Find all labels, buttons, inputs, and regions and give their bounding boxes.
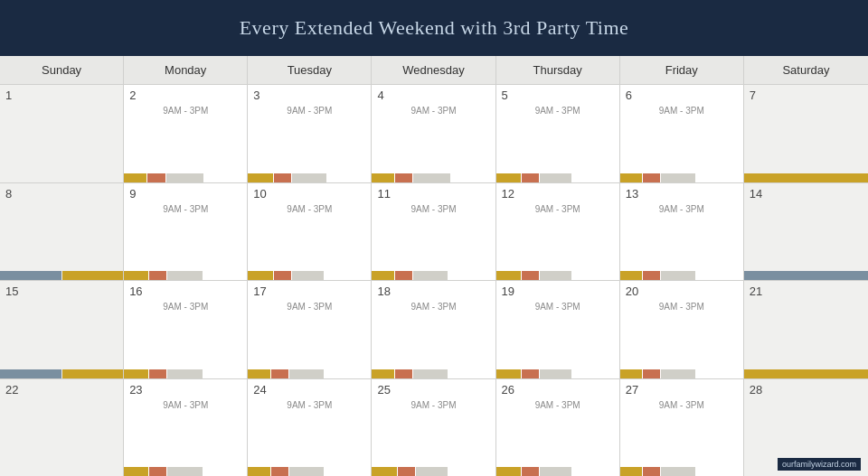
bar-red — [398, 467, 415, 476]
day-bars — [248, 173, 371, 182]
day-cell-2: 29AM - 3PM — [124, 85, 248, 182]
day-cell-21: 21 — [744, 281, 868, 378]
bar-gold — [124, 173, 146, 182]
time-label: 9AM - 3PM — [253, 106, 365, 116]
day-header-tuesday: Tuesday — [248, 56, 372, 84]
bar-red — [395, 369, 412, 378]
time-label: 9AM - 3PM — [377, 302, 489, 312]
day-bars — [248, 467, 371, 476]
day-number: 1 — [5, 89, 118, 102]
day-bars — [372, 467, 495, 476]
bar-light — [540, 173, 571, 182]
day-bars — [124, 271, 247, 280]
page-title: Every Extended Weekend with 3rd Party Ti… — [0, 0, 868, 56]
day-bars — [496, 467, 619, 476]
bar-red — [271, 467, 288, 476]
bar-gold — [496, 369, 521, 378]
time-label: 9AM - 3PM — [626, 400, 738, 410]
day-number: 15 — [5, 285, 118, 298]
day-cell-15: 15 — [0, 281, 124, 378]
day-headers: SundayMondayTuesdayWednesdayThursdayFrid… — [0, 56, 868, 85]
day-number: 17 — [253, 285, 365, 298]
bar-gold — [372, 173, 394, 182]
bar-light — [289, 467, 324, 476]
day-cell-5: 59AM - 3PM — [496, 85, 620, 182]
bar-light — [413, 271, 448, 280]
time-label: 9AM - 3PM — [253, 204, 365, 214]
day-number: 18 — [377, 285, 489, 298]
time-label: 9AM - 3PM — [129, 302, 241, 312]
day-number: 20 — [626, 285, 738, 298]
time-label: 9AM - 3PM — [377, 400, 489, 410]
bar-gold — [248, 467, 270, 476]
day-cell-18: 189AM - 3PM — [372, 281, 495, 378]
day-number: 21 — [750, 285, 863, 298]
day-bars — [248, 271, 371, 280]
week-row-1: 899AM - 3PM109AM - 3PM119AM - 3PM129AM -… — [0, 183, 868, 282]
bar-gray — [0, 369, 61, 378]
day-cell-26: 269AM - 3PM — [496, 379, 620, 477]
bar-gold — [248, 369, 270, 378]
bar-light — [167, 369, 202, 378]
day-cell-8: 8 — [0, 183, 124, 281]
day-cell-4: 49AM - 3PM — [372, 85, 495, 182]
bar-gold — [744, 173, 868, 182]
week-row-0: 129AM - 3PM39AM - 3PM49AM - 3PM59AM - 3P… — [0, 85, 868, 183]
bar-red — [522, 173, 539, 182]
time-label: 9AM - 3PM — [253, 400, 365, 410]
app-container: Every Extended Weekend with 3rd Party Ti… — [0, 0, 868, 476]
bar-red — [395, 271, 412, 280]
bar-red — [395, 173, 412, 182]
bar-red — [149, 467, 166, 476]
day-number: 13 — [626, 187, 738, 201]
bar-gold — [372, 369, 394, 378]
day-number: 22 — [5, 383, 118, 397]
bar-red — [149, 271, 166, 280]
day-bars — [124, 173, 247, 182]
bar-gold — [248, 271, 272, 280]
bar-gray — [744, 271, 868, 280]
day-cell-6: 69AM - 3PM — [620, 85, 744, 182]
day-cell-13: 139AM - 3PM — [620, 183, 744, 281]
time-label: 9AM - 3PM — [129, 204, 241, 214]
day-cell-11: 119AM - 3PM — [372, 183, 495, 281]
time-label: 9AM - 3PM — [626, 106, 738, 116]
time-label: 9AM - 3PM — [502, 400, 614, 410]
day-number: 19 — [502, 285, 614, 298]
day-number: 25 — [377, 383, 489, 397]
day-cell-10: 109AM - 3PM — [248, 183, 372, 281]
day-number: 7 — [750, 89, 863, 102]
bar-light — [661, 369, 695, 378]
weeks-container: 129AM - 3PM39AM - 3PM49AM - 3PM59AM - 3P… — [0, 85, 868, 476]
time-label: 9AM - 3PM — [129, 106, 241, 116]
day-number: 27 — [626, 383, 738, 397]
bar-light — [292, 271, 324, 280]
day-header-wednesday: Wednesday — [372, 56, 495, 84]
bar-gold — [620, 369, 643, 378]
day-number: 3 — [253, 89, 365, 102]
day-cell-23: 239AM - 3PM — [124, 379, 248, 477]
bar-light — [413, 173, 450, 182]
day-bars — [372, 271, 495, 280]
day-cell-7: 7 — [744, 85, 868, 182]
day-number: 11 — [377, 187, 489, 201]
bar-red — [271, 369, 288, 378]
day-bars — [620, 271, 743, 280]
time-label: 9AM - 3PM — [129, 400, 241, 410]
bar-light — [167, 271, 202, 280]
day-cell-24: 249AM - 3PM — [248, 379, 372, 477]
day-cell-25: 259AM - 3PM — [372, 379, 495, 477]
day-bars — [744, 369, 868, 378]
day-bars — [620, 369, 743, 378]
day-bars — [496, 271, 619, 280]
bar-red — [522, 467, 539, 476]
bar-gold — [620, 271, 643, 280]
bar-light — [540, 271, 571, 280]
day-cell-17: 179AM - 3PM — [248, 281, 372, 378]
bar-light — [413, 369, 448, 378]
day-header-saturday: Saturday — [744, 56, 868, 84]
day-cell-14: 14 — [744, 183, 868, 281]
time-label: 9AM - 3PM — [626, 302, 738, 312]
day-number: 10 — [253, 187, 365, 201]
bar-light — [416, 467, 448, 476]
